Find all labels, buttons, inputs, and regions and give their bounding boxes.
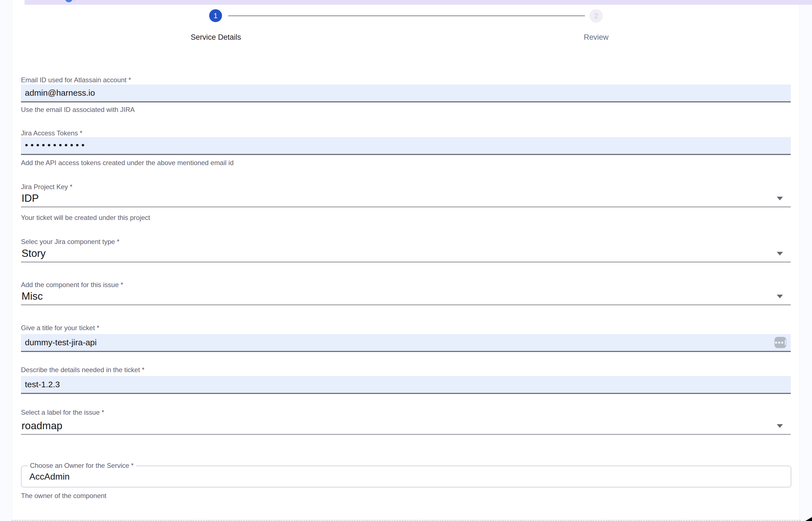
title-input[interactable]: dummy-test-jira-api (21, 334, 791, 352)
bottom-dashed-divider (12, 520, 801, 521)
owner-autocomplete[interactable]: AccAdmin (21, 466, 791, 488)
chevron-down-icon (777, 197, 783, 200)
email-value: admin@harness.io (25, 85, 95, 101)
tokens-helper: Add the API access tokens created under … (21, 159, 692, 167)
chevron-down-icon (777, 295, 783, 298)
dot-icon (781, 342, 783, 344)
component-type-label: Selec your Jira component type * (21, 238, 580, 246)
dot-icon (778, 342, 780, 344)
email-helper: Use the email ID associated with JIRA (21, 106, 692, 114)
project-key-helper: Your ticket will be created under this p… (21, 214, 692, 222)
component-type-select[interactable]: Story (21, 245, 791, 263)
project-key-label: Jira Project Key * (21, 183, 580, 191)
chevron-down-icon (777, 252, 783, 255)
title-value: dummy-test-jira-api (25, 334, 97, 351)
email-label: Email ID used for Atlassain account * (21, 76, 580, 84)
step-1-number: 1 (214, 12, 218, 20)
description-input[interactable]: test-1.2.3 (21, 376, 791, 394)
title-label: Give a title for your ticket * (21, 324, 580, 332)
step-1-circle[interactable]: 1 (209, 9, 222, 22)
header-bottom-bar (25, 0, 812, 5)
component-select[interactable]: Misc (21, 288, 791, 305)
issue-label-label: Select a label for the issue * (21, 409, 580, 416)
cursor-arrow-icon (805, 517, 812, 521)
stepper-connector-line (228, 15, 585, 16)
component-value: Misc (22, 288, 43, 304)
dot-icon (775, 342, 777, 344)
harness-logo-dot-icon (73, 0, 76, 0)
step-2-label: Review (540, 33, 652, 42)
chevron-down-icon (777, 424, 783, 428)
issue-label-select[interactable]: roadmap (21, 418, 791, 435)
harness-logo-icon (65, 0, 72, 2)
component-type-value: Story (22, 245, 46, 262)
tokens-masked-value: ••••••••••• (25, 137, 87, 154)
tokens-input[interactable]: ••••••••••• (21, 137, 791, 155)
owner-label: Choose an Owner for the Service * (27, 462, 136, 470)
email-input[interactable]: admin@harness.io (21, 85, 791, 103)
workflow-form-page: 1 2 Service Details Review Email ID used… (0, 0, 812, 521)
step-2-circle[interactable]: 2 (590, 9, 603, 23)
more-options-button[interactable] (774, 337, 786, 348)
description-label: Describe the details needed in the ticke… (21, 366, 580, 374)
step-2-number: 2 (594, 12, 598, 20)
issue-label-value: roadmap (22, 418, 62, 434)
project-key-value: IDP (22, 190, 39, 206)
owner-helper: The owner of the component (21, 492, 692, 500)
description-value: test-1.2.3 (25, 376, 60, 393)
project-key-select[interactable]: IDP (21, 190, 791, 207)
step-1-label: Service Details (160, 33, 272, 42)
tokens-label: Jira Access Tokens * (21, 129, 580, 137)
component-label: Add the component for this issue * (21, 281, 580, 289)
text-cursor-icon (785, 340, 786, 345)
